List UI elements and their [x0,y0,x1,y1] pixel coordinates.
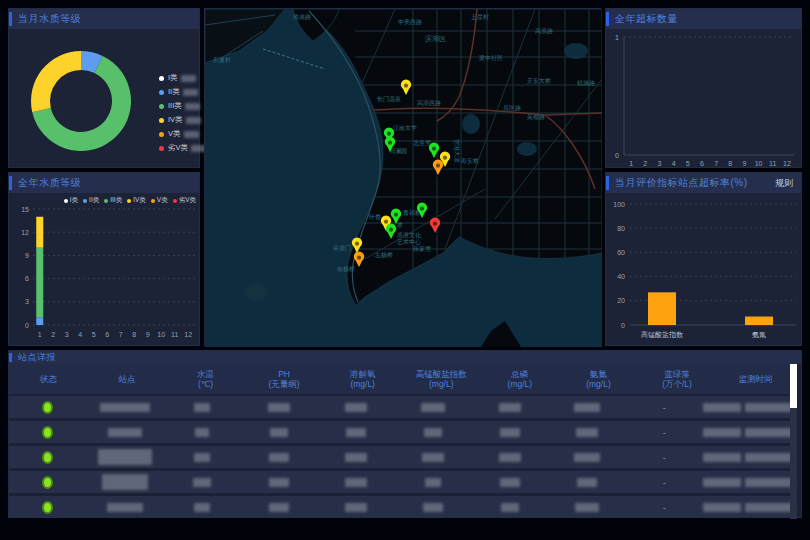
legend-item[interactable]: 劣V类 [173,196,196,205]
cell-value [472,428,549,437]
svg-text:4: 4 [78,331,82,338]
table-scrollbar-track[interactable] [790,364,797,519]
cell-algae: - [626,403,703,412]
stacked-bar-segment[interactable] [36,248,43,318]
redacted-value [193,478,211,487]
legend-item[interactable]: IV类 [127,196,146,205]
redacted-value [269,453,289,462]
panel-title-bar: 当月水质等级 [9,9,199,29]
svg-text:0: 0 [25,322,29,329]
legend-label: III类 [168,101,182,111]
exceedance-bar-chart[interactable]: 020406080100高锰酸盐指数氨氮 [606,193,803,347]
svg-text:5: 5 [686,160,690,167]
redacted-value [574,403,600,412]
redacted-value [194,453,210,462]
title-accent-bar [9,176,12,190]
rate-bar[interactable] [745,317,773,325]
map-label: 渔港路 [293,14,311,21]
svg-text:2: 2 [51,331,55,338]
legend-item[interactable]: I类 [64,196,78,205]
table-row[interactable]: - [9,396,795,418]
redacted-value [577,478,597,487]
map-label: 浪澄文化 [397,231,421,239]
legend-dot [151,199,155,203]
table-row[interactable]: - [9,471,795,493]
map-label: 艺术中心 [397,238,421,245]
map-label: 南杨桥 [337,266,355,273]
table-row[interactable]: - [9,421,795,443]
svg-text:10: 10 [755,160,763,167]
cell-value [240,478,317,487]
table-row[interactable]: - [9,446,795,468]
title-accent-bar [9,353,12,362]
donut-segment[interactable] [31,51,81,112]
panel-title: 当月水质等级 [18,12,81,26]
redacted-value [268,403,290,412]
redacted-value [195,428,209,437]
svg-text:氨氮: 氨氮 [752,331,766,339]
svg-text:3: 3 [25,298,29,305]
stacked-bar-segment[interactable] [36,217,43,248]
redacted-value [345,478,367,487]
legend-item[interactable]: V类 [159,127,206,141]
legend-dot [127,199,131,203]
table-header-cell: 氨氮(mg/L) [559,369,638,389]
map-label: 梁中社区 [479,54,503,61]
legend-label: II类 [168,87,180,97]
rules-link[interactable]: 规则 [775,177,793,190]
redacted-value [745,478,795,487]
map-label: 吴都路 [527,114,545,121]
map-label: 吴塘门 [333,244,351,252]
svg-text:9: 9 [742,160,746,167]
cell-value [549,478,626,487]
redacted-value [745,403,795,412]
station-map[interactable]: 石厦村渔港路中美西路滨湖区五星村高浪路梁中社区天安大桥机场路高浪西路具区路吴都路… [205,9,602,347]
legend-dot [173,199,177,203]
redacted-value [269,503,289,512]
table-row[interactable]: - [9,496,795,518]
cell-status [9,501,86,514]
svg-text:8: 8 [728,160,732,167]
legend-label: V类 [157,196,168,205]
cell-value [163,403,240,412]
redacted-value [346,428,366,437]
legend-item[interactable]: II类 [159,85,206,99]
cell-value [317,403,394,412]
cell-time [703,478,795,487]
redacted-value [425,478,441,487]
table-scrollbar-thumb[interactable] [790,364,797,408]
redacted-value [703,478,741,487]
redacted-value [499,453,521,462]
cell-station [86,474,163,490]
svg-text:100: 100 [613,201,625,208]
cell-value [317,478,394,487]
stacked-bar-segment[interactable] [36,317,43,325]
map-label: 叶春 [369,214,381,221]
legend-item[interactable]: IV类 [159,113,206,127]
cell-value [163,503,240,512]
legend-item[interactable]: II类 [83,196,99,205]
legend-item[interactable]: I类 [159,71,206,85]
cell-value [549,428,626,437]
cell-status [9,401,86,414]
svg-text:6: 6 [105,331,109,338]
svg-text:6: 6 [25,275,29,282]
redacted-value [102,474,148,490]
legend-item[interactable]: III类 [159,99,206,113]
stacked-bar-chart[interactable]: 15129630123456789101112 [9,193,201,347]
table-header-cell: 站点 [88,374,167,384]
status-dot [42,476,53,489]
map-label: 北亚里 [413,139,432,147]
cell-station [86,449,163,465]
legend-item[interactable]: 劣V类 [159,141,206,155]
status-dot [42,451,53,464]
status-dot [42,501,53,514]
redacted-value [185,103,200,110]
legend-item[interactable]: V类 [151,196,168,205]
rate-bar[interactable] [648,292,676,325]
empty-line-chart[interactable]: 10123456789101112 [606,29,803,169]
svg-text:3: 3 [657,160,661,167]
legend-item[interactable]: III类 [104,196,122,205]
map-label: 具区路 [503,104,521,112]
svg-text:12: 12 [21,229,29,236]
